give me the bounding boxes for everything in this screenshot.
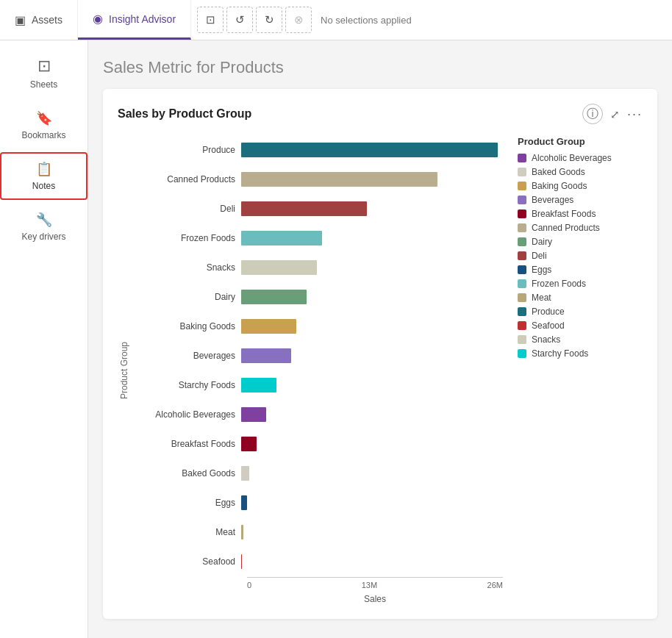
tab-insight-advisor[interactable]: ◉ Insight Advisor — [78, 0, 191, 40]
tab-assets[interactable]: ▣ Assets — [0, 0, 78, 40]
info-button[interactable]: ⓘ — [582, 104, 603, 124]
forward-action-btn[interactable]: ↻ — [256, 7, 282, 33]
bar-track — [241, 466, 503, 481]
bar-row: Deli — [138, 195, 503, 223]
bar-fill[interactable] — [241, 172, 437, 187]
bar-label: Baked Goods — [138, 468, 241, 478]
chart-header: Sales by Product Group ⓘ ⤢ ··· — [118, 104, 643, 124]
legend-item-label: Snacks — [532, 334, 560, 345]
disabled-action-btn[interactable]: ⊗ — [285, 7, 312, 33]
sidebar-item-notes-label: Notes — [32, 181, 55, 191]
bar-fill[interactable] — [241, 260, 317, 275]
x-axis-title: Sales — [247, 594, 503, 604]
bar-track — [241, 437, 503, 451]
legend-item[interactable]: Breakfast Foods — [518, 209, 643, 219]
nav-actions: ⊡ ↺ ↻ ⊗ — [197, 7, 312, 33]
legend-color-swatch — [518, 349, 526, 358]
legend-item-label: Eggs — [532, 265, 551, 275]
sidebar-item-sheets[interactable]: ⊡ Sheets — [0, 48, 87, 98]
legend-item-label: Dairy — [532, 237, 552, 247]
bar-label: Breakfast Foods — [138, 439, 241, 449]
back-icon: ↺ — [235, 13, 245, 26]
bar-row: Canned Products — [138, 165, 503, 193]
chart-title: Sales by Product Group — [118, 107, 251, 121]
legend-item-label: Baking Goods — [532, 181, 587, 191]
bar-track — [241, 201, 503, 216]
bar-fill[interactable] — [241, 407, 266, 422]
main-content: Sales Metric for Products Sales by Produ… — [88, 40, 672, 638]
bar-fill[interactable] — [241, 554, 242, 569]
bar-fill[interactable] — [241, 378, 276, 393]
legend-item-label: Meat — [532, 293, 551, 303]
bar-track — [241, 525, 503, 540]
bar-chart: ProduceCanned ProductsDeliFrozen FoodsSn… — [138, 136, 503, 604]
legend-item-label: Canned Products — [532, 223, 600, 233]
legend-item[interactable]: Baking Goods — [518, 181, 643, 191]
legend-color-swatch — [518, 335, 526, 344]
chart-actions: ⓘ ⤢ ··· — [582, 104, 643, 124]
search-action-btn[interactable]: ⊡ — [197, 7, 224, 33]
legend-item[interactable]: Eggs — [518, 265, 643, 275]
sidebar-item-key-drivers[interactable]: 🔧 Key drivers — [0, 203, 87, 251]
bar-fill[interactable] — [241, 231, 322, 245]
legend-item-label: Frozen Foods — [532, 279, 586, 289]
bar-label: Produce — [138, 145, 241, 155]
bar-fill[interactable] — [241, 290, 307, 304]
bar-fill[interactable] — [241, 495, 247, 510]
legend-item[interactable]: Frozen Foods — [518, 279, 643, 289]
sidebar-item-key-drivers-label: Key drivers — [21, 232, 65, 242]
bar-row: Eggs — [138, 489, 503, 517]
bar-track — [241, 348, 503, 363]
bar-fill[interactable] — [241, 143, 498, 157]
legend: Product Group Alcoholic BeveragesBaked G… — [510, 136, 643, 604]
forward-icon: ↻ — [265, 13, 274, 26]
legend-color-swatch — [518, 168, 526, 176]
legend-item[interactable]: Beverages — [518, 195, 643, 205]
legend-item[interactable]: Dairy — [518, 237, 643, 247]
bar-fill[interactable] — [241, 201, 367, 216]
legend-item[interactable]: Produce — [518, 307, 643, 317]
legend-item-label: Alcoholic Beverages — [532, 153, 612, 163]
sidebar-item-bookmarks-label: Bookmarks — [21, 130, 65, 140]
sidebar-item-bookmarks[interactable]: 🔖 Bookmarks — [0, 101, 87, 149]
more-button[interactable]: ··· — [627, 107, 643, 122]
layout: ⊡ Sheets 🔖 Bookmarks 📋 Notes 🔧 Key drive… — [0, 40, 672, 638]
sidebar-item-notes[interactable]: 📋 Notes — [0, 152, 87, 200]
bar-track — [241, 554, 503, 569]
bar-label: Beverages — [138, 351, 241, 361]
bar-track — [241, 260, 503, 275]
legend-item[interactable]: Canned Products — [518, 223, 643, 233]
bar-fill[interactable] — [241, 437, 257, 451]
bar-track — [241, 319, 503, 334]
bar-row: Frozen Foods — [138, 224, 503, 252]
legend-item[interactable]: Snacks — [518, 334, 643, 345]
back-action-btn[interactable]: ↺ — [226, 7, 253, 33]
bar-fill[interactable] — [241, 348, 291, 363]
x-axis-tick: 13M — [362, 581, 377, 589]
bar-fill[interactable] — [241, 525, 243, 540]
legend-color-swatch — [518, 279, 526, 288]
legend-item-label: Beverages — [532, 195, 573, 205]
bar-label: Starchy Foods — [138, 380, 241, 390]
legend-item[interactable]: Deli — [518, 251, 643, 261]
legend-color-swatch — [518, 321, 526, 330]
bar-label: Eggs — [138, 498, 241, 508]
expand-button[interactable]: ⤢ — [610, 107, 620, 122]
bar-fill[interactable] — [241, 319, 296, 334]
bar-fill[interactable] — [241, 466, 249, 481]
legend-item[interactable]: Alcoholic Beverages — [518, 153, 643, 163]
assets-icon: ▣ — [15, 13, 26, 27]
legend-item[interactable]: Baked Goods — [518, 167, 643, 177]
legend-item[interactable]: Meat — [518, 293, 643, 303]
legend-color-swatch — [518, 154, 526, 162]
x-axis: 013M26M — [247, 577, 503, 589]
bar-row: Meat — [138, 518, 503, 546]
legend-item[interactable]: Seafood — [518, 320, 643, 331]
bar-track — [241, 495, 503, 510]
bar-track — [241, 143, 503, 157]
bar-row: Starchy Foods — [138, 371, 503, 399]
sidebar-item-sheets-label: Sheets — [30, 79, 57, 90]
legend-item[interactable]: Starchy Foods — [518, 348, 643, 359]
legend-color-swatch — [518, 182, 526, 190]
more-icon: ··· — [627, 107, 643, 121]
